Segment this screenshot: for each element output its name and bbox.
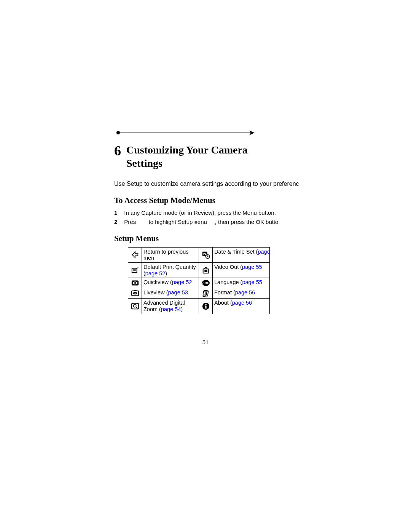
page-link[interactable]: page 54 [161,306,181,312]
chapter-title: Customizing Your Camera Settings [126,143,266,170]
svg-point-19 [133,304,136,307]
cell-print-quantity: Default Print Quantity (page 52) [142,262,199,278]
svg-rect-3 [132,268,137,272]
language-icon: ABC [199,278,213,288]
svg-point-14 [134,293,135,294]
setup-menu-icon: ≡ [193,219,196,225]
intro-paragraph: Use Setup to customize camera settings a… [114,181,266,187]
quickview-icon [128,278,142,288]
cell-text: About ( [214,300,232,306]
advanced-zoom-icon [128,299,142,314]
date-time-icon: 24 [199,247,213,262]
svg-rect-12 [134,290,136,291]
svg-point-8 [134,282,135,284]
svg-rect-5 [204,270,207,272]
cell-text: Video Out ( [214,264,242,270]
cell-date-time: Date & Time Set (page 57 [213,247,270,262]
step-2-frag-c: enu [198,219,207,225]
rule-line [119,133,252,133]
svg-point-21 [205,304,206,305]
cell-return: Return to previous men [142,247,199,262]
page-link[interactable]: page 57 [258,249,269,255]
cell-text: Language ( [214,279,242,285]
rule-arrow-icon: ➤ [249,129,255,136]
step-2-frag-b: to highlight Setup [149,219,193,225]
svg-rect-22 [205,305,206,308]
page-number: 51 [0,339,411,345]
print-quantity-icon [128,262,142,278]
cell-text: Format ( [214,289,235,296]
format-icon [199,288,213,299]
cell-format: Format (page 56 [213,288,270,299]
cell-close: ) [165,270,167,276]
step-2-text: Pres to highlight Setup ≡enu , then pres… [124,218,278,226]
chapter-heading: 6 Customizing Your Camera Settings [114,143,266,170]
cell-text: Quickview ( [143,279,172,285]
cell-text: Return to previous men [143,249,188,261]
table-row: Return to previous men 24 Date & Time Se… [128,247,270,262]
step-1-text: In any Capture mode (or in Review), pres… [124,209,276,217]
cell-about: About (page 56 [213,299,270,314]
document-page: ➤ 6 Customizing Your Camera Settings Use… [0,0,411,532]
page-link[interactable]: page 55 [242,264,262,270]
step-1: 1 In any Capture mode (or in Review), pr… [114,209,266,217]
page-link[interactable]: page 52 [145,270,165,276]
section-setup-menus-heading: Setup Menus [114,234,266,243]
chapter-rule: ➤ [114,126,255,136]
step-number: 2 [114,218,117,226]
page-link[interactable]: page 52 [172,279,192,285]
page-link[interactable]: page 55 [242,279,262,285]
step-2: 2 Pres to highlight Setup ≡enu , then pr… [114,218,266,226]
table-row: Default Print Quantity (page 52) Video O… [128,262,270,278]
setup-menus-table: Return to previous men 24 Date & Time Se… [128,247,270,314]
table-row: Advanced Digital Zoom (page 54) About (p… [128,299,270,314]
step-2-frag-a: Pres [124,219,136,225]
step-number: 1 [114,209,117,217]
table-row: Liveview (page 53 Format (page 56 [128,288,270,299]
cell-text: Liveview ( [143,289,168,296]
cell-text: Date & Time Set ( [214,249,258,255]
svg-text:ABC: ABC [202,281,210,285]
step-2-frag-d: , then press the OK butto [215,219,279,225]
cell-language: Language (page 55 [213,278,270,288]
svg-rect-16 [202,295,205,297]
svg-rect-17 [203,295,205,296]
cell-video-out: Video Out (page 55 [213,262,270,278]
liveview-icon [128,288,142,299]
page-link[interactable]: page 53 [168,289,188,296]
cell-advanced-zoom: Advanced Digital Zoom (page 54) [142,299,199,314]
chapter-number: 6 [114,143,121,158]
cell-quickview: Quickview (page 52 [142,278,199,288]
video-out-icon [199,262,213,278]
section-access-heading: To Access Setup Mode/Menus [114,196,266,205]
table-row: Quickview (page 52 ABC Language (page 55 [128,278,270,288]
cell-close: ) [181,306,183,312]
about-icon [199,299,213,314]
page-link[interactable]: page 56 [232,300,252,306]
cell-liveview: Liveview (page 53 [142,288,199,299]
steps-list: 1 In any Capture mode (or in Review), pr… [114,209,266,226]
return-icon [128,247,142,262]
page-link[interactable]: page 56 [235,289,255,296]
